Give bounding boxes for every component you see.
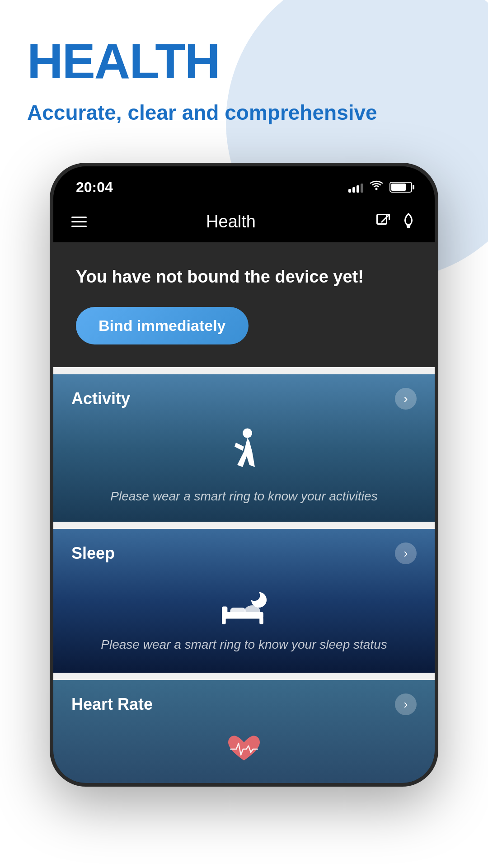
ring-icon[interactable] — [400, 212, 417, 231]
bind-immediately-button[interactable]: Bind immediately — [76, 307, 249, 344]
svg-point-2 — [408, 226, 410, 228]
sleep-section: Sleep › — [53, 529, 435, 673]
sleep-hint: Please wear a smart ring to know your sl… — [101, 637, 387, 652]
bind-card: You have not bound the device yet! Bind … — [53, 242, 435, 367]
svg-rect-8 — [222, 618, 226, 624]
bind-message: You have not bound the device yet! — [76, 265, 412, 289]
phone-mockup: 20:04 — [50, 163, 438, 787]
status-bar: 20:04 — [53, 166, 435, 203]
sleep-chevron-right-icon[interactable]: › — [395, 542, 417, 564]
activity-hint: Please wear a smart ring to know your ac… — [110, 489, 377, 504]
activity-card-header: Activity › — [53, 374, 435, 419]
sleep-icon — [219, 585, 269, 630]
heart-rate-icon — [224, 733, 264, 765]
share-icon[interactable] — [375, 212, 391, 231]
app-title: HEALTH — [27, 36, 461, 86]
status-time: 20:04 — [76, 179, 113, 196]
svg-rect-9 — [259, 618, 263, 624]
status-icons — [348, 180, 412, 194]
app-subtitle: Accurate, clear and comprehensive — [27, 99, 461, 127]
svg-point-3 — [243, 428, 252, 438]
heart-rate-title: Heart Rate — [71, 695, 153, 714]
activity-card-body: Please wear a smart ring to know your ac… — [53, 419, 435, 522]
activity-chevron-right-icon[interactable]: › — [395, 388, 417, 410]
signal-icon — [348, 182, 363, 193]
svg-rect-5 — [222, 607, 227, 619]
sleep-card-header: Sleep › — [53, 529, 435, 573]
activity-title: Activity — [71, 389, 130, 408]
sleep-title: Sleep — [71, 544, 115, 563]
svg-point-0 — [375, 188, 378, 190]
battery-icon — [389, 182, 412, 193]
header-actions — [375, 212, 417, 231]
svg-rect-6 — [230, 608, 245, 615]
heart-rate-card-header: Heart Rate › — [53, 680, 435, 724]
heart-rate-chevron-right-icon[interactable]: › — [395, 693, 417, 715]
activity-section: Activity › Please wear a smart ring to k… — [53, 374, 435, 522]
app-header: Health — [53, 203, 435, 242]
walking-figure-icon — [221, 428, 267, 482]
heart-rate-card-body — [53, 724, 435, 783]
heart-rate-section: Heart Rate › — [53, 680, 435, 783]
sleep-card-body: Please wear a smart ring to know your sl… — [53, 573, 435, 673]
svg-point-7 — [244, 605, 260, 616]
hamburger-menu-icon[interactable] — [71, 217, 87, 227]
header-title: Health — [206, 212, 256, 231]
wifi-icon — [370, 180, 383, 194]
